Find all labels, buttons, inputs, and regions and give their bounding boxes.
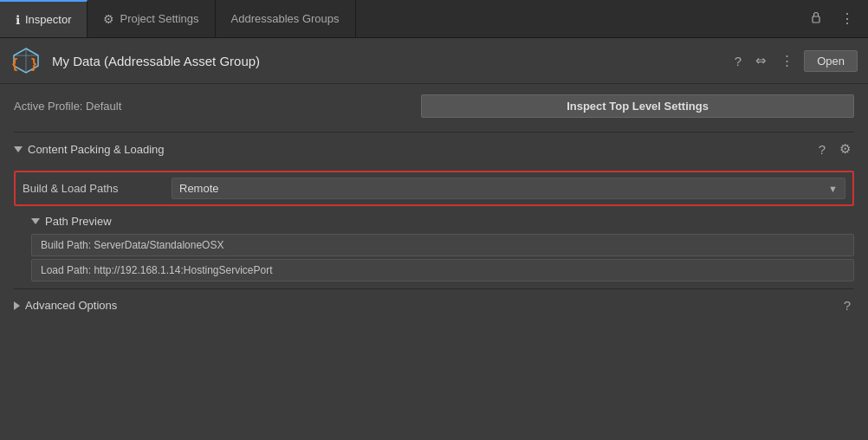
tab-inspector-label: Inspector [25,13,71,26]
dropdown-selected-value: Remote [179,182,219,195]
path-preview-toggle[interactable]: Path Preview [31,211,854,231]
tab-addressables-groups-label: Addressables Groups [231,12,340,25]
advanced-help-button[interactable]: ? [840,294,854,316]
advanced-options-label: Advanced Options [25,299,117,312]
help-button[interactable]: ? [731,50,745,72]
load-path-field: Load Path: http://192.168.1.14:HostingSe… [31,259,854,281]
content-packing-header: Content Packing & Loading ? ⚙ [14,132,854,165]
build-path-field: Build Path: ServerData/StandaloneOSX [31,234,854,256]
advanced-expand-icon [14,301,20,310]
asset-group-title: My Data (Addressable Asset Group) [52,54,260,68]
advanced-options-toggle[interactable]: Advanced Options [14,299,117,312]
inspect-top-level-button[interactable]: Inspect Top Level Settings [421,94,854,118]
content-packing-toggle[interactable]: Content Packing & Loading [14,143,165,156]
gear-tab-icon: ⚙ [103,12,114,26]
build-load-paths-label: Build & Load Paths [23,182,161,195]
section-header-actions: ? ⚙ [815,138,854,160]
advanced-options-section: Advanced Options ? [14,288,854,321]
build-load-paths-dropdown[interactable]: Remote ▼ [172,178,845,199]
layout-button[interactable]: ⇔ [752,49,770,72]
content-packing-title: Content Packing & Loading [28,143,165,156]
tab-bar: ℹ Inspector ⚙ Project Settings Addressab… [0,0,868,38]
section-gear-button[interactable]: ⚙ [836,138,854,160]
header-area: { } My Data (Addressable Asset Group) ? … [0,38,868,84]
info-icon: ℹ [16,13,20,27]
content-packing-section: Content Packing & Loading ? ⚙ Build & Lo… [14,132,854,281]
section-help-button[interactable]: ? [815,139,829,160]
svg-rect-0 [813,16,819,23]
main-content: Active Profile: Default Inspect Top Leve… [0,84,868,332]
svg-text:}: } [31,56,36,71]
active-profile-label: Active Profile: Default [14,100,121,113]
tab-project-settings[interactable]: ⚙ Project Settings [87,0,215,37]
more-icon: ⋮ [840,11,854,26]
expand-icon [14,146,23,152]
build-load-paths-row: Build & Load Paths Remote ▼ [14,171,854,206]
profile-row: Active Profile: Default Inspect Top Leve… [14,94,854,118]
lock-icon [809,10,823,24]
tab-action-area: ⋮ [804,7,868,31]
path-preview-section: Path Preview Build Path: ServerData/Stan… [31,211,854,281]
header-more-button[interactable]: ⋮ [777,49,797,72]
more-button[interactable]: ⋮ [835,7,859,30]
svg-text:{: { [12,56,17,71]
path-preview-title: Path Preview [45,215,112,228]
header-left: { } My Data (Addressable Asset Group) [10,45,260,76]
path-preview-expand-icon [31,218,40,224]
tab-inspector[interactable]: ℹ Inspector [0,0,87,37]
dropdown-arrow-icon: ▼ [828,184,838,194]
tab-addressables-groups[interactable]: Addressables Groups [216,0,356,37]
header-right: ? ⇔ ⋮ Open [731,49,858,72]
lock-button[interactable] [804,7,828,31]
open-button[interactable]: Open [804,50,858,72]
asset-icon: { } [10,45,42,76]
tab-project-settings-label: Project Settings [120,12,198,25]
